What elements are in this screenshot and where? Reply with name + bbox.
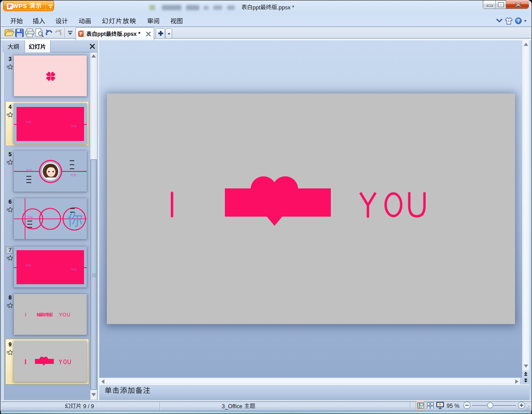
svg-text:3_Office: 3_Office — [222, 403, 242, 410]
svg-text:P: P — [80, 31, 83, 36]
svg-text:ppt: ppt — [97, 31, 106, 37]
svg-text:ppt: ppt — [253, 4, 261, 11]
svg-text:WPS: WPS — [13, 3, 27, 9]
svg-text:9 / 9: 9 / 9 — [83, 403, 94, 410]
svg-text:I: I — [25, 312, 26, 317]
svg-text:.ppsx *: .ppsx * — [277, 4, 294, 11]
svg-text:MAYBE: MAYBE — [37, 312, 53, 317]
svg-text:.ppsx *: .ppsx * — [122, 31, 141, 37]
svg-text:YOU: YOU — [59, 312, 71, 317]
